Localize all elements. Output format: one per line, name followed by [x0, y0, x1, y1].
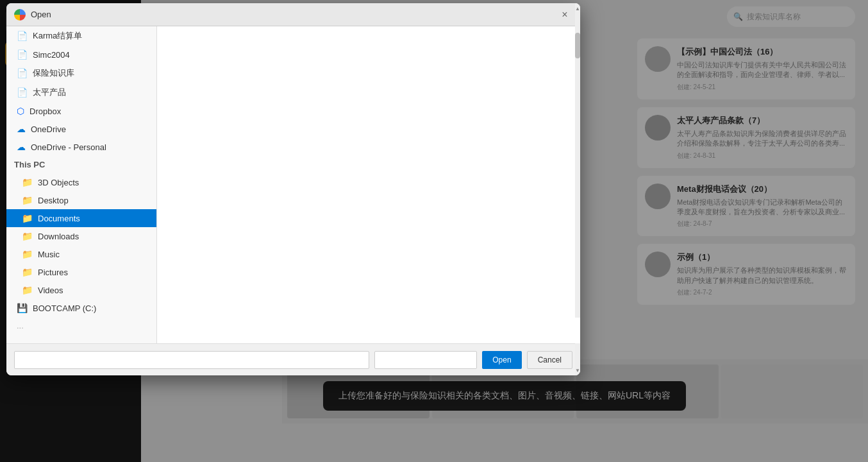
sidebar-scroll-area[interactable]: 📄 Karma结算单 📄 Simc2004 📄 保险知识库 📄 太平产品	[6, 26, 156, 343]
sidebar-item-label-videos: Videos	[38, 286, 63, 295]
sidebar-item-pictures[interactable]: 📁 Pictures	[6, 263, 156, 281]
file-icon-taiping: 📄	[17, 87, 28, 98]
filetype-select[interactable]	[374, 351, 477, 369]
sidebar-item-label-documents: Documents	[38, 214, 80, 223]
sidebar-item-videos[interactable]: 📁 Videos	[6, 281, 156, 299]
this-pc-label: This PC	[14, 160, 45, 169]
cancel-button-label: Cancel	[538, 355, 562, 364]
open-button-label: Open	[492, 355, 511, 364]
main-scrollbar[interactable]	[575, 26, 580, 318]
dialog-title: Open	[31, 10, 552, 19]
drive-icon-bootcamp: 💾	[17, 303, 28, 313]
folder-icon-videos: 📁	[22, 285, 33, 295]
sidebar-item-label-downloads: Downloads	[38, 232, 79, 241]
dialog-body: 📄 Karma结算单 📄 Simc2004 📄 保险知识库 📄 太平产品	[6, 26, 580, 343]
sidebar-item-onedrive-personal[interactable]: ☁ OneDrive - Personal	[6, 138, 156, 156]
sidebar-item-label-music: Music	[38, 250, 60, 259]
chrome-icon	[14, 9, 26, 21]
onedrive-personal-icon: ☁	[17, 142, 26, 152]
folder-icon-downloads: 📁	[22, 231, 33, 241]
sidebar-item-label-bootcamp: BOOTCAMP (C:)	[33, 304, 96, 313]
sidebar-item-insurance[interactable]: 📄 保险知识库	[6, 64, 156, 83]
dialog-footer: Open Cancel	[6, 343, 580, 375]
open-button[interactable]: Open	[482, 351, 521, 369]
sidebar-item-label-dropbox: Dropbox	[29, 107, 61, 116]
folder-icon-pictures: 📁	[22, 267, 33, 277]
sidebar-item-dropbox[interactable]: ⬡ Dropbox	[6, 102, 156, 120]
folder-icon-documents: 📁	[22, 213, 33, 223]
file-icon-insurance: 📄	[17, 68, 28, 78]
file-icon-karma: 📄	[17, 31, 28, 41]
sidebar-item-karma[interactable]: 📄 Karma结算单	[6, 26, 156, 46]
sidebar-item-3d-objects[interactable]: 📁 3D Objects	[6, 173, 156, 191]
folder-icon-music: 📁	[22, 249, 33, 259]
sidebar-item-label-onedrive-personal: OneDrive - Personal	[31, 142, 106, 152]
sidebar-item-bootcamp[interactable]: 💾 BOOTCAMP (C:)	[6, 299, 156, 317]
dialog-main-content[interactable]	[157, 26, 580, 343]
sidebar-item-music[interactable]: 📁 Music	[6, 245, 156, 263]
sidebar-item-desktop[interactable]: 📁 Desktop	[6, 191, 156, 209]
file-icon-simc: 📄	[17, 49, 28, 60]
folder-icon-desktop: 📁	[22, 195, 33, 205]
sidebar-item-label-desktop: Desktop	[38, 196, 69, 205]
filename-input[interactable]	[14, 351, 369, 369]
sidebar-item-simc[interactable]: 📄 Simc2004	[6, 46, 156, 64]
sidebar-item-label-simc: Simc2004	[33, 50, 70, 60]
onedrive-icon: ☁	[17, 124, 26, 134]
dialog-titlebar: Open ×	[6, 3, 580, 26]
open-file-dialog: Open × 📄 Karma结算单 📄 Simc2004 📄 保险知识库	[6, 3, 580, 375]
sidebar-item-network[interactable]: ...	[6, 317, 156, 334]
dropbox-icon: ⬡	[17, 106, 24, 116]
dialog-sidebar: 📄 Karma结算单 📄 Simc2004 📄 保险知识库 📄 太平产品	[6, 26, 157, 343]
cancel-button[interactable]: Cancel	[527, 351, 572, 369]
close-icon: ×	[562, 9, 567, 21]
sidebar-item-documents[interactable]: 📁 Documents	[6, 209, 156, 227]
network-label: ...	[17, 321, 24, 330]
sidebar-item-this-pc-header: This PC	[6, 156, 156, 173]
sidebar-item-label-pictures: Pictures	[38, 268, 68, 277]
sidebar-item-label-3d: 3D Objects	[38, 178, 79, 187]
sidebar-item-label-onedrive: OneDrive	[31, 124, 66, 134]
sidebar-item-onedrive[interactable]: ☁ OneDrive	[6, 120, 156, 138]
sidebar-item-label-insurance: 保险知识库	[33, 67, 74, 79]
sidebar-item-label-taiping: 太平产品	[33, 87, 66, 98]
dialog-close-button[interactable]: ×	[557, 7, 572, 22]
sidebar-item-taiping[interactable]: 📄 太平产品	[6, 83, 156, 102]
sidebar-item-label-karma: Karma结算单	[33, 30, 82, 42]
folder-icon-3d: 📁	[22, 177, 33, 187]
main-scrollbar-thumb	[575, 33, 580, 58]
sidebar-item-downloads[interactable]: 📁 Downloads	[6, 227, 156, 245]
